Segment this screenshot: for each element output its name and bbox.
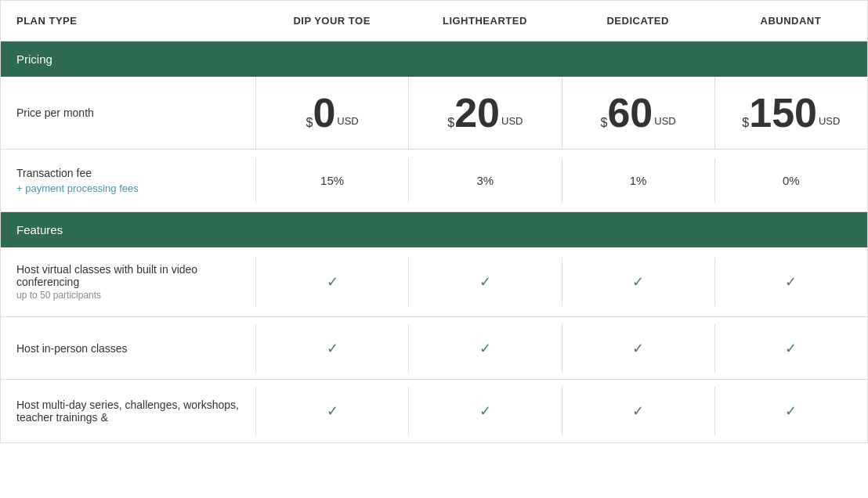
price-amount-abundant: 150 (749, 92, 817, 133)
price-per-month-label: Price per month (1, 91, 255, 135)
table-header: PLAN TYPE DIP YOUR TOE LIGHTHEARTED DEDI… (1, 1, 867, 42)
checkmark-multiday-dip: ✓ (327, 402, 338, 420)
transaction-fee-row: Transaction fee + payment processing fee… (1, 150, 867, 212)
price-amount-dip: 0 (313, 92, 335, 133)
col-abundant: ABUNDANT (714, 1, 867, 41)
virtual-classes-dedicated-check: ✓ (562, 258, 714, 306)
col-dip-your-toe: DIP YOUR TOE (255, 1, 408, 41)
price-lighthearted: $ 20 USD (408, 77, 561, 149)
price-abundant: $ 150 USD (714, 77, 867, 149)
multiday-series-abundant-check: ✓ (714, 387, 867, 435)
multiday-series-label: Host multi-day series, challenges, works… (1, 383, 255, 439)
price-dedicated-display: $ 60 USD (601, 92, 676, 133)
dollar-sign-lighthearted: $ (447, 117, 454, 129)
price-currency-abundant: USD (819, 115, 840, 133)
checkmark-inperson-dip: ✓ (327, 340, 338, 357)
multiday-series-row: Host multi-day series, challenges, works… (1, 380, 867, 442)
price-lighthearted-display: $ 20 USD (447, 92, 523, 133)
price-currency-lighthearted: USD (501, 115, 523, 133)
price-currency-dedicated: USD (654, 115, 675, 133)
inperson-classes-dip-check: ✓ (255, 324, 408, 373)
checkmark-multiday-dedicated: ✓ (632, 402, 644, 420)
checkmark-virtual-lighthearted: ✓ (479, 273, 491, 290)
multiday-series-dedicated-check: ✓ (562, 387, 714, 435)
checkmark-virtual-abundant: ✓ (785, 273, 797, 290)
price-amount-dedicated: 60 (607, 92, 653, 133)
pricing-section-header: Pricing (1, 42, 867, 77)
virtual-classes-row: Host virtual classes with built in video… (1, 247, 867, 317)
virtual-classes-label: Host virtual classes with built in video… (1, 247, 255, 316)
inperson-classes-abundant-check: ✓ (714, 324, 867, 373)
payment-processing-fees-link[interactable]: + payment processing fees (16, 182, 240, 194)
checkmark-inperson-lighthearted: ✓ (479, 340, 491, 357)
price-amount-lighthearted: 20 (454, 92, 500, 133)
inperson-classes-row: Host in-person classes ✓ ✓ ✓ ✓ (1, 317, 867, 380)
inperson-classes-label: Host in-person classes (1, 327, 255, 370)
price-per-month-row: Price per month $ 0 USD $ 20 USD $ 60 US… (1, 77, 867, 150)
price-dip-display: $ 0 USD (306, 92, 358, 133)
price-dedicated: $ 60 USD (562, 77, 714, 149)
checkmark-multiday-abundant: ✓ (785, 402, 797, 420)
transaction-fee-dip: 15% (255, 158, 408, 203)
checkmark-virtual-dip: ✓ (327, 273, 338, 290)
virtual-classes-abundant-check: ✓ (714, 258, 867, 306)
pricing-table: PLAN TYPE DIP YOUR TOE LIGHTHEARTED DEDI… (0, 0, 868, 443)
dollar-sign-abundant: $ (742, 117, 749, 129)
transaction-fee-dedicated: 1% (562, 158, 714, 203)
virtual-classes-note: up to 50 participants (16, 290, 240, 301)
checkmark-inperson-abundant: ✓ (785, 340, 797, 357)
price-abundant-display: $ 150 USD (742, 92, 840, 133)
features-section-header: Features (1, 212, 867, 247)
checkmark-inperson-dedicated: ✓ (632, 340, 644, 357)
col-lighthearted: LIGHTHEARTED (408, 1, 561, 41)
price-dip: $ 0 USD (255, 77, 408, 149)
col-plan-type: PLAN TYPE (1, 1, 255, 41)
checkmark-multiday-lighthearted: ✓ (479, 402, 491, 420)
inperson-classes-dedicated-check: ✓ (562, 324, 714, 373)
multiday-series-dip-check: ✓ (255, 387, 408, 435)
dollar-sign-dip: $ (306, 117, 313, 129)
transaction-fee-abundant: 0% (714, 158, 867, 203)
col-dedicated: DEDICATED (562, 1, 714, 41)
multiday-series-lighthearted-check: ✓ (408, 387, 561, 435)
transaction-fee-label: Transaction fee + payment processing fee… (1, 151, 255, 210)
virtual-classes-lighthearted-check: ✓ (408, 258, 561, 306)
inperson-classes-lighthearted-check: ✓ (408, 324, 561, 373)
dollar-sign-dedicated: $ (601, 117, 608, 129)
transaction-fee-lighthearted: 3% (408, 158, 561, 203)
checkmark-virtual-dedicated: ✓ (632, 273, 644, 290)
virtual-classes-dip-check: ✓ (255, 258, 408, 306)
price-currency-dip: USD (337, 115, 358, 133)
